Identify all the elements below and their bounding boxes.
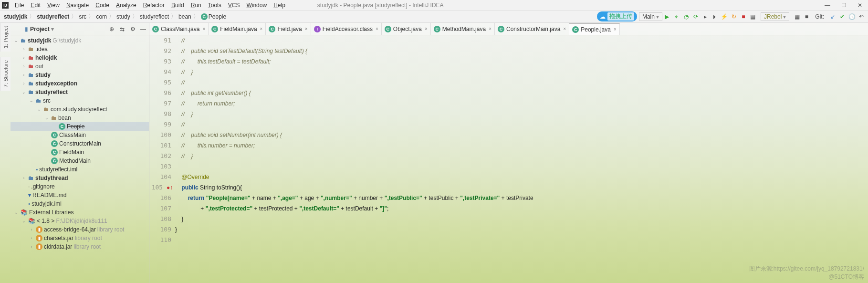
tree-hellojdk[interactable]: ›🖿hellojdk — [10, 53, 149, 62]
menu-tools[interactable]: Tools — [205, 1, 225, 10]
file-icon: · — [28, 183, 30, 190]
crumb-com[interactable]: com — [94, 13, 109, 20]
coverage-button[interactable]: ◔ — [681, 12, 691, 21]
menu-refactor[interactable]: Refactor — [140, 1, 168, 10]
folder-icon: 🖿 — [43, 106, 49, 113]
tab-classmain-java[interactable]: CClassMain.java× — [149, 23, 209, 35]
tree-study[interactable]: ›🖿study — [10, 71, 149, 79]
sidetab-structure[interactable]: 7: Structure — [0, 57, 10, 91]
menu-analyze[interactable]: Analyze — [113, 1, 140, 10]
tab-methodmain-java[interactable]: CMethodMain.java× — [431, 23, 495, 35]
close-button[interactable]: ✕ — [852, 0, 868, 10]
tree-com-study-studyreflect[interactable]: ⌄🖿com.study.studyreflect — [10, 105, 149, 114]
maximize-button[interactable]: ☐ — [836, 0, 852, 10]
crumb-src[interactable]: src — [77, 13, 88, 20]
tree-classmain[interactable]: CClassMain — [10, 131, 149, 139]
project-tree: ⌄🖿studyjdk G:\studyjdk›🖿.idea›🖿hellojdk›… — [10, 35, 149, 283]
tree-studyreflect-iml[interactable]: ▪studyreflect.iml — [10, 165, 149, 174]
sidetab-project[interactable]: 1: Project — [0, 23, 10, 52]
upload-badge[interactable]: ☁拖拽上传 — [597, 11, 637, 21]
tree-out[interactable]: ›🖿out — [10, 62, 149, 71]
settings-button[interactable]: ⚙ — [128, 24, 137, 34]
run-button[interactable]: ▶ — [662, 12, 672, 21]
git-revert-button[interactable]: ↶ — [857, 12, 866, 21]
debug-button[interactable]: ⌖ — [672, 12, 681, 21]
stop2-icon[interactable]: ■ — [802, 12, 811, 21]
tab-fieldaccessor-class[interactable]: IFieldAccessor.class× — [311, 23, 382, 35]
tree-methodmain[interactable]: CMethodMain — [10, 157, 149, 165]
grid-icon[interactable]: ▦ — [792, 12, 802, 21]
tree-bean[interactable]: ⌄🖿bean — [10, 114, 149, 122]
close-tab-icon[interactable]: × — [489, 26, 492, 31]
attach-button[interactable]: ⏵ — [710, 12, 720, 21]
app-icon: IJ — [2, 2, 9, 9]
next-button[interactable]: ▸ — [701, 12, 710, 21]
project-dropdown-icon[interactable]: ▾ — [51, 26, 54, 32]
tab-people-java[interactable]: CPeople.java× — [569, 23, 620, 35]
menu-code[interactable]: Code — [92, 1, 113, 10]
tree-charsets-jar[interactable]: ›▮charsets.jar library root — [10, 234, 149, 242]
run-config-select[interactable]: Main▾ — [639, 12, 662, 21]
iml-icon: ▪ — [28, 200, 30, 207]
tree-studyreflect[interactable]: ⌄🖿studyreflect — [10, 88, 149, 96]
rerun-button[interactable]: ↻ — [729, 12, 739, 21]
tree-src[interactable]: ⌄🖿src — [10, 96, 149, 105]
folder blue-icon: 🖿 — [28, 89, 34, 95]
menu-build[interactable]: Build — [168, 1, 188, 10]
close-tab-icon[interactable]: × — [260, 26, 263, 31]
close-tab-icon[interactable]: × — [305, 26, 308, 31]
tree-studyexception[interactable]: ›🖿studyexception — [10, 79, 149, 88]
tree-studyjdk-iml[interactable]: ▪studyjdk.iml — [10, 199, 149, 208]
menu-run[interactable]: Run — [188, 1, 205, 10]
bolt-icon[interactable]: ⚡ — [720, 12, 729, 21]
crumb-study[interactable]: study — [115, 13, 132, 20]
close-tab-icon[interactable]: × — [376, 26, 378, 31]
tree--1-8-[interactable]: ⌄📚< 1.8 > F:\JDK\jdk\jdk8u111 — [10, 217, 149, 225]
close-tab-icon[interactable]: × — [202, 26, 205, 31]
hide-button[interactable]: — — [138, 24, 148, 34]
tab-object-java[interactable]: CObject.java× — [382, 23, 431, 35]
tree-cldrdata-jar[interactable]: ›▮cldrdata.jar library root — [10, 242, 149, 251]
tree-readme-md[interactable]: ▾README.md — [10, 191, 149, 199]
tree--gitignore[interactable]: ·.gitignore — [10, 182, 149, 191]
menu-vcs[interactable]: VCS — [225, 1, 243, 10]
crumb-studyjdk[interactable]: studyjdk — [2, 13, 29, 20]
code-area[interactable]: // // public void setTestDefault(String … — [175, 35, 868, 283]
crumb-studyreflect[interactable]: studyreflect — [138, 13, 171, 20]
tree-external-libraries[interactable]: ⌄📚External Libraries — [10, 208, 149, 217]
tree-fieldmain[interactable]: CFieldMain — [10, 148, 149, 157]
git-commit-button[interactable]: ✔ — [837, 12, 847, 21]
menu-file[interactable]: File — [11, 1, 27, 10]
git-update-button[interactable]: ↙ — [828, 12, 837, 21]
menu-window[interactable]: Window — [243, 1, 270, 10]
tree--idea[interactable]: ›🖿.idea — [10, 45, 149, 53]
tree-studyjdk[interactable]: ⌄🖿studyjdk G:\studyjdk — [10, 36, 149, 45]
menu-navigate[interactable]: Navigate — [63, 1, 92, 10]
collapse-all-button[interactable]: ⇆ — [117, 24, 127, 34]
minimize-button[interactable]: — — [819, 0, 836, 10]
profile-button[interactable]: ⟳ — [691, 12, 701, 21]
close-tab-icon[interactable]: × — [614, 27, 617, 32]
tree-studythread[interactable]: ›🖿studythread — [10, 174, 149, 182]
tree-constructormain[interactable]: CConstructorMain — [10, 139, 149, 148]
crumb-studyreflect[interactable]: studyreflect — [35, 13, 71, 20]
close-tab-icon[interactable]: × — [425, 26, 428, 31]
menu-edit[interactable]: Edit — [27, 1, 44, 10]
close-tab-icon[interactable]: × — [563, 26, 566, 31]
stop-button[interactable]: ■ — [739, 12, 748, 21]
git-history-button[interactable]: 🕓 — [847, 12, 857, 21]
tab-field-java[interactable]: CField.java× — [266, 23, 311, 35]
editor[interactable]: 919293949596979899100101102103104105 ●↑1… — [149, 35, 868, 283]
jrebel-select[interactable]: JRebel▾ — [761, 12, 789, 21]
tab-fieldmain-java[interactable]: CFieldMain.java× — [209, 23, 266, 35]
tab-constructormain-java[interactable]: CConstructorMain.java× — [495, 23, 569, 35]
crumb-people[interactable]: CPeople — [199, 13, 228, 20]
crumb-bean[interactable]: bean — [177, 13, 193, 20]
tree-access-bridge-64-jar[interactable]: ›▮access-bridge-64.jar library root — [10, 225, 149, 234]
layout-button[interactable]: ▦ — [748, 12, 758, 21]
tree-people[interactable]: CPeople — [10, 122, 149, 131]
menu-help[interactable]: Help — [270, 1, 289, 10]
gutter: 919293949596979899100101102103104105 ●↑1… — [149, 35, 175, 283]
menu-view[interactable]: View — [44, 1, 63, 10]
select-target-button[interactable]: ⊕ — [107, 24, 116, 34]
